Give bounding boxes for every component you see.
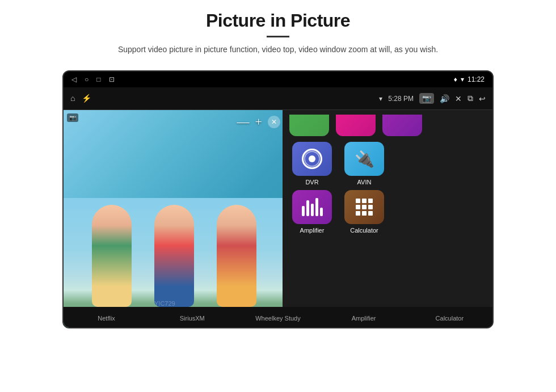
bottom-label-netflix: Netflix bbox=[78, 315, 135, 322]
person-3 bbox=[217, 205, 256, 307]
amp-bar-5 bbox=[320, 208, 323, 216]
dvr-app[interactable]: DVR bbox=[289, 142, 335, 186]
person-1 bbox=[92, 205, 132, 307]
recents-nav-icon[interactable]: □ bbox=[96, 75, 100, 84]
toolbar-right: ▾ 5:28 PM 📷 🔊 ✕ ⧉ ↩ bbox=[379, 93, 486, 104]
wifi-toolbar-icon: ▾ bbox=[379, 95, 382, 103]
avin-app[interactable]: 🔌 AVIN bbox=[342, 142, 387, 186]
calc-key-4 bbox=[356, 205, 360, 209]
location-icon: ♦ bbox=[454, 75, 457, 83]
pip-video-content bbox=[64, 110, 285, 328]
amplifier-icon bbox=[292, 190, 332, 224]
person-2 bbox=[154, 205, 194, 307]
status-bar-left: ◁ ○ □ ⊡ bbox=[71, 75, 115, 84]
home-nav-icon[interactable]: ○ bbox=[85, 75, 89, 84]
page-subtitle: Support video picture in picture functio… bbox=[118, 43, 438, 56]
device-frame: ◁ ○ □ ⊡ ♦ ▾ 11:22 ⌂ ⚡ ▾ 5:28 PM 📷 🔊 bbox=[62, 70, 494, 328]
amplifier-app[interactable]: Amplifier bbox=[289, 190, 335, 234]
amp-bar-4 bbox=[315, 198, 318, 216]
calc-key-9 bbox=[368, 211, 373, 216]
calc-key-6 bbox=[368, 205, 373, 209]
title-section: Picture in Picture Support video picture… bbox=[118, 10, 438, 56]
avin-icon: 🔌 bbox=[344, 142, 384, 176]
amplifier-symbol bbox=[302, 198, 323, 216]
bottom-label-amplifier: Amplifier bbox=[335, 315, 392, 322]
amp-bar-1 bbox=[302, 206, 305, 216]
pip-video[interactable]: 📷 — + ✕ ⏮ ⏪ ⏩ ⏭ YIC729 bbox=[64, 110, 285, 328]
calc-key-8 bbox=[362, 211, 367, 216]
app-row-2: Amplifier bbox=[289, 190, 486, 234]
calc-key-7 bbox=[356, 211, 360, 216]
camera-button[interactable]: 📷 bbox=[419, 93, 434, 104]
toolbar-time: 5:28 PM bbox=[388, 95, 414, 103]
close-icon[interactable]: ✕ bbox=[455, 94, 462, 103]
calc-key-3 bbox=[368, 199, 373, 203]
calc-key-2 bbox=[362, 199, 367, 203]
amplifier-label: Amplifier bbox=[300, 227, 325, 234]
avin-label: AVIN bbox=[357, 179, 372, 186]
back-nav-icon[interactable]: ◁ bbox=[71, 75, 77, 84]
calc-key-1 bbox=[356, 199, 360, 203]
bottom-label-siriusxm: SiriusXM bbox=[164, 315, 221, 322]
people-silhouette bbox=[81, 193, 268, 307]
app-row-1: DVR 🔌 AVIN bbox=[289, 142, 486, 186]
screenshot-icon[interactable]: ⊡ bbox=[109, 75, 115, 84]
calculator-app[interactable]: Calculator bbox=[342, 190, 387, 234]
dvr-symbol bbox=[302, 149, 322, 169]
title-divider bbox=[267, 36, 289, 37]
page-title: Picture in Picture bbox=[118, 10, 438, 31]
back-icon[interactable]: ↩ bbox=[479, 94, 486, 103]
page-wrapper: Picture in Picture Support video picture… bbox=[0, 0, 556, 392]
android-status-bar: ◁ ○ □ ⊡ ♦ ▾ 11:22 bbox=[64, 71, 492, 87]
bottom-label-calculator: Calculator bbox=[421, 315, 478, 322]
dvr-ring bbox=[304, 151, 320, 167]
volume-icon[interactable]: 🔊 bbox=[440, 94, 449, 103]
toolbar-left: ⌂ ⚡ bbox=[70, 94, 91, 103]
bottom-labels: Netflix SiriusXM Wheelkey Study Amplifie… bbox=[64, 307, 492, 328]
dvr-icon bbox=[292, 142, 332, 176]
amp-bar-3 bbox=[311, 204, 314, 216]
app-grid-area: DVR 🔌 AVIN bbox=[283, 110, 492, 328]
partial-app-row bbox=[289, 115, 486, 136]
amp-bar-2 bbox=[306, 200, 309, 216]
wifi-icon: ▾ bbox=[461, 75, 464, 83]
content-area: 📷 — + ✕ ⏮ ⏪ ⏩ ⏭ YIC729 bbox=[64, 110, 492, 328]
home-icon[interactable]: ⌂ bbox=[70, 94, 75, 103]
avin-symbol: 🔌 bbox=[355, 150, 374, 168]
bottom-label-wheelkey: Wheelkey Study bbox=[250, 315, 306, 322]
usb-icon[interactable]: ⚡ bbox=[82, 94, 91, 103]
calc-key-5 bbox=[362, 205, 367, 209]
calculator-icon bbox=[344, 190, 384, 224]
wheelkey-partial-icon bbox=[382, 115, 422, 136]
window-icon[interactable]: ⧉ bbox=[467, 94, 473, 103]
calculator-symbol bbox=[353, 196, 375, 218]
car-toolbar: ⌂ ⚡ ▾ 5:28 PM 📷 🔊 ✕ ⧉ ↩ bbox=[64, 87, 492, 110]
siriusxm-partial-icon bbox=[336, 115, 376, 136]
status-bar-right: ♦ ▾ 11:22 bbox=[454, 75, 485, 83]
dvr-label: DVR bbox=[305, 179, 318, 186]
status-time: 11:22 bbox=[467, 75, 485, 83]
netflix-partial-icon bbox=[289, 115, 329, 136]
calculator-label: Calculator bbox=[350, 227, 378, 234]
